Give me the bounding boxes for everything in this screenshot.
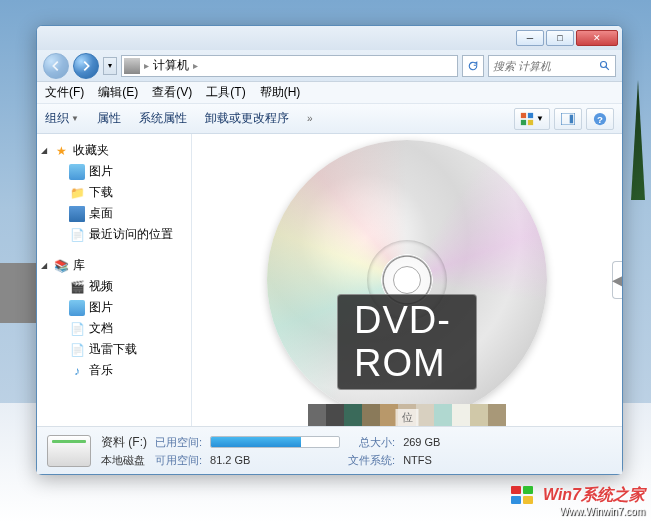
- navigation-bar: ▾ ▸ 计算机 ▸: [37, 50, 622, 82]
- menu-bar: 文件(F) 编辑(E) 查看(V) 工具(T) 帮助(H): [37, 82, 622, 104]
- address-text: 计算机: [153, 57, 189, 74]
- history-dropdown[interactable]: ▾: [103, 57, 117, 75]
- sidebar-item-music[interactable]: ♪音乐: [37, 360, 191, 381]
- navigation-pane: ★ 收藏夹 图片 📁下载 桌面 📄最近访问的位置 📚 库 🎬视频 图片 📄文档 …: [37, 134, 192, 426]
- star-icon: ★: [53, 143, 69, 159]
- search-box[interactable]: [488, 55, 616, 77]
- color-swatch: [434, 404, 452, 426]
- thumbnails-icon: [520, 112, 534, 126]
- filesystem-label: 文件系统:: [348, 453, 395, 468]
- color-swatch: [344, 404, 362, 426]
- thunder-icon: 📄: [69, 342, 85, 358]
- content-pane: DVD-ROM 位 ◀: [192, 134, 622, 426]
- sidebar-item-videos[interactable]: 🎬视频: [37, 276, 191, 297]
- drive-icon: [47, 435, 91, 467]
- svg-rect-4: [521, 119, 526, 124]
- svg-line-1: [606, 66, 609, 69]
- color-swatch: [416, 404, 434, 426]
- sidebar-item-downloads[interactable]: 📁下载: [37, 182, 191, 203]
- svg-rect-3: [528, 112, 533, 117]
- disc-hole-icon: [393, 266, 421, 294]
- breadcrumb-arrow-icon: ▸: [144, 60, 149, 71]
- address-bar[interactable]: ▸ 计算机 ▸: [121, 55, 458, 77]
- system-properties-button[interactable]: 系统属性: [139, 110, 187, 127]
- library-icon: 📚: [53, 258, 69, 274]
- libraries-header[interactable]: 📚 库: [37, 255, 191, 276]
- menu-help[interactable]: 帮助(H): [260, 84, 301, 101]
- maximize-button[interactable]: □: [546, 30, 574, 46]
- color-swatch: [452, 404, 470, 426]
- disk-type: 本地磁盘: [101, 453, 147, 468]
- watermark: Win7系统之家 Www.Winwin7.com: [511, 485, 645, 517]
- arrow-left-icon: [49, 59, 63, 73]
- command-bar: 组织▼ 属性 系统属性 卸载或更改程序 » ▼ ?: [37, 104, 622, 134]
- swatch-caption: 位: [396, 409, 419, 426]
- forward-button[interactable]: [73, 53, 99, 79]
- usage-bar: [210, 436, 340, 448]
- close-button[interactable]: ✕: [576, 30, 618, 46]
- windows-logo-icon: [511, 486, 539, 506]
- watermark-title: Win7系统之家: [543, 485, 645, 506]
- titlebar: ─ □ ✕: [37, 26, 622, 50]
- color-swatch: [362, 404, 380, 426]
- favorites-label: 收藏夹: [73, 142, 109, 159]
- video-icon: 🎬: [69, 279, 85, 295]
- explorer-window: ─ □ ✕ ▾ ▸ 计算机 ▸ 文件(F) 编辑(E) 查看(V) 工具(T) …: [36, 25, 623, 475]
- svg-rect-2: [521, 112, 526, 117]
- breadcrumb-arrow-icon[interactable]: ▸: [193, 60, 198, 71]
- refresh-button[interactable]: [462, 55, 484, 77]
- used-space-label: 已用空间:: [155, 435, 202, 450]
- sidebar-item-recent[interactable]: 📄最近访问的位置: [37, 224, 191, 245]
- desktop-icon: [69, 206, 85, 222]
- sidebar-item-desktop[interactable]: 桌面: [37, 203, 191, 224]
- properties-button[interactable]: 属性: [97, 110, 121, 127]
- usage-fill: [211, 437, 301, 447]
- color-swatch: [488, 404, 506, 426]
- downloads-icon: 📁: [69, 185, 85, 201]
- svg-point-0: [600, 61, 606, 67]
- back-button[interactable]: [43, 53, 69, 79]
- arrow-right-icon: [79, 59, 93, 73]
- preview-pane-icon: [561, 113, 575, 125]
- preview-collapse-handle[interactable]: ◀: [612, 261, 622, 299]
- total-size-value: 269 GB: [403, 436, 440, 448]
- color-swatch: [326, 404, 344, 426]
- menu-view[interactable]: 查看(V): [152, 84, 192, 101]
- sidebar-item-pictures-lib[interactable]: 图片: [37, 297, 191, 318]
- help-icon: ?: [593, 112, 607, 126]
- filesystem-value: NTFS: [403, 454, 440, 466]
- color-swatch: [470, 404, 488, 426]
- menu-edit[interactable]: 编辑(E): [98, 84, 138, 101]
- search-input[interactable]: [493, 60, 595, 72]
- drive-name: 资料 (F:): [101, 434, 147, 451]
- menu-file[interactable]: 文件(F): [45, 84, 84, 101]
- pictures-icon: [69, 300, 85, 316]
- svg-text:?: ?: [597, 113, 603, 124]
- libraries-label: 库: [73, 257, 85, 274]
- svg-rect-5: [528, 119, 533, 124]
- search-icon: [599, 59, 611, 73]
- more-chevron[interactable]: »: [307, 113, 313, 124]
- document-icon: 📄: [69, 321, 85, 337]
- preview-pane-button[interactable]: [554, 108, 582, 130]
- color-swatch: [308, 404, 326, 426]
- watermark-url: Www.Winwin7.com: [559, 506, 645, 517]
- recent-icon: 📄: [69, 227, 85, 243]
- help-button[interactable]: ?: [586, 108, 614, 130]
- menu-tools[interactable]: 工具(T): [206, 84, 245, 101]
- svg-rect-7: [570, 114, 573, 123]
- view-mode-button[interactable]: ▼: [514, 108, 550, 130]
- dvd-disc-image: DVD-ROM: [267, 140, 547, 420]
- free-space-label: 可用空间:: [155, 453, 202, 468]
- music-icon: ♪: [69, 363, 85, 379]
- sidebar-item-pictures[interactable]: 图片: [37, 161, 191, 182]
- disc-label: DVD-ROM: [337, 294, 477, 390]
- favorites-header[interactable]: ★ 收藏夹: [37, 140, 191, 161]
- sidebar-item-documents[interactable]: 📄文档: [37, 318, 191, 339]
- minimize-button[interactable]: ─: [516, 30, 544, 46]
- free-space-value: 81.2 GB: [210, 454, 340, 466]
- sidebar-item-thunder[interactable]: 📄迅雷下载: [37, 339, 191, 360]
- computer-icon: [124, 58, 140, 74]
- organize-button[interactable]: 组织▼: [45, 110, 79, 127]
- uninstall-button[interactable]: 卸载或更改程序: [205, 110, 289, 127]
